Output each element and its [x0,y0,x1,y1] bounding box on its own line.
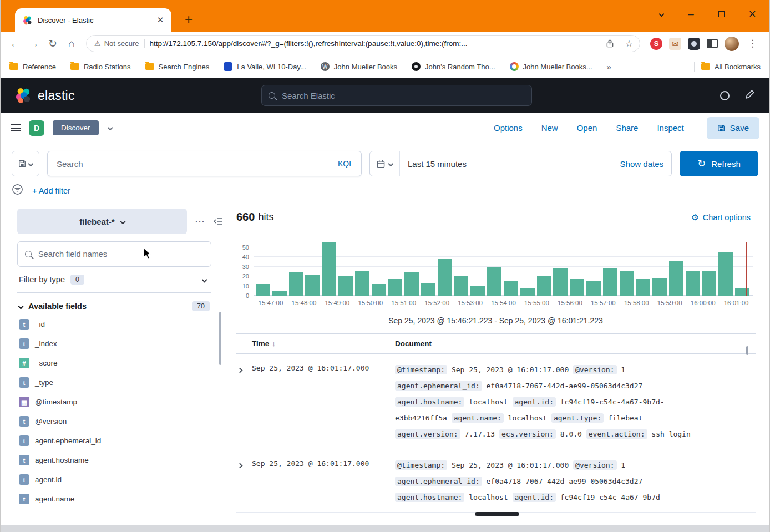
help-icon[interactable] [720,91,730,100]
kql-search-box[interactable]: KQL [47,151,362,176]
show-dates-button[interactable]: Show dates [620,159,671,169]
field-search-box[interactable] [17,241,211,267]
bookmark-item[interactable]: John Mueller Books [321,62,397,71]
histogram-bar[interactable] [620,271,634,296]
histogram-bar[interactable] [735,288,749,296]
bookmark-star-icon[interactable]: ☆ [622,38,636,49]
histogram-bar[interactable] [289,272,303,296]
new-tab-button[interactable]: + [180,11,197,28]
field-search-input[interactable] [37,249,204,259]
window-close-button[interactable]: × [749,9,756,18]
histogram-bar[interactable] [504,281,518,296]
url-text[interactable]: http://172.105.7.150/app/discover#/?_g=(… [150,39,597,48]
histogram-bar[interactable] [372,284,386,296]
appbar-link-open[interactable]: Open [577,123,597,133]
chart-options-button[interactable]: ⚙ Chart options [691,212,755,222]
dark-extension-icon[interactable] [688,38,700,50]
global-search[interactable] [261,85,532,106]
field-list-item[interactable]: t _id [17,315,211,334]
histogram-bar[interactable] [686,271,700,296]
tab-search-chevron-icon[interactable] [659,11,665,17]
histogram-bar[interactable] [586,281,601,296]
field-list-item[interactable]: t _index [17,334,211,353]
home-button[interactable]: ⌂ [63,35,80,53]
bookmark-item[interactable]: John Mueller Books... [510,62,592,71]
menu-icon[interactable] [11,124,21,131]
field-list-item[interactable]: ▦ @timestamp [17,392,211,412]
reload-button[interactable]: ↻ [44,35,62,53]
histogram-bar[interactable] [470,286,485,296]
bookmark-item[interactable]: John's Random Tho... [412,62,495,71]
vertical-scrollbar-thumb[interactable] [746,346,748,355]
histogram-bar[interactable] [322,242,336,296]
side-panel-icon[interactable] [707,39,718,48]
expand-row-button[interactable] [236,362,252,442]
histogram-bar[interactable] [487,267,501,296]
histogram-bar[interactable] [438,259,452,296]
profile-avatar[interactable] [725,37,739,51]
breadcrumb[interactable]: Discover [53,120,99,135]
back-button[interactable]: ← [6,35,24,53]
histogram-bar[interactable] [421,283,435,296]
data-view-picker[interactable]: filebeat-* [17,209,187,234]
bookmarks-overflow-button[interactable]: » [607,62,611,72]
histogram-bar[interactable] [669,261,683,296]
histogram-bar[interactable] [553,268,568,296]
filter-icon[interactable] [12,184,23,197]
histogram-bar[interactable] [454,276,469,296]
tab-close-icon[interactable]: ✕ [155,14,166,26]
appbar-link-options[interactable]: Options [494,123,523,133]
share-icon[interactable] [602,39,617,48]
histogram-bar[interactable] [305,275,320,296]
browser-menu-icon[interactable]: ⋮ [746,38,759,49]
histogram-bar[interactable] [537,276,551,296]
not-secure-chip[interactable]: ⚠ Not secure [94,39,139,48]
appbar-link-new[interactable]: New [541,123,558,133]
histogram-bar[interactable] [338,276,353,296]
address-bar[interactable]: ⚠ Not secure http://172.105.7.150/app/di… [86,35,640,52]
appbar-link-inspect[interactable]: Inspect [657,123,683,133]
field-options-icon[interactable]: ⋯ [195,219,205,224]
kql-language-button[interactable]: KQL [338,159,353,168]
histogram-bar[interactable] [603,268,617,296]
sort-descending-icon[interactable]: ↓ [272,340,276,348]
bookmark-item[interactable]: Reference [9,63,56,71]
collapse-sidebar-icon[interactable] [213,217,223,226]
mail-extension-icon[interactable]: ✉ [669,38,681,50]
elastic-logo[interactable]: elastic [15,87,75,104]
global-search-input[interactable] [281,90,525,101]
feedback-icon[interactable] [745,89,755,102]
field-list-item[interactable]: t agent.ephemeral_id [17,431,211,450]
histogram-bar[interactable] [718,252,733,296]
window-maximize-button[interactable] [718,11,725,17]
time-column-header[interactable]: Time ↓ [236,340,395,348]
bookmark-item[interactable]: Radio Stations [70,63,131,71]
bookmark-item[interactable]: La Valle, WI 10-Day... [224,62,306,71]
histogram-bar[interactable] [652,278,667,296]
browser-tab[interactable]: Discover - Elastic ✕ [15,8,171,32]
adblock-extension-icon[interactable]: S [650,38,662,50]
filter-by-type[interactable]: Filter by type 0 [17,267,211,293]
saved-query-button[interactable] [12,151,39,176]
field-list-item[interactable]: t agent.name [17,489,211,509]
histogram-bar[interactable] [702,271,717,296]
field-list-item[interactable]: t agent.hostname [17,450,211,470]
save-button[interactable]: Save [707,117,759,139]
expand-row-button[interactable] [236,457,252,505]
histogram-bar[interactable] [388,279,402,296]
histogram-bar[interactable] [256,284,270,296]
field-list-item[interactable]: # _score [17,353,211,373]
field-list-item[interactable]: t agent.id [17,470,211,489]
appbar-link-share[interactable]: Share [616,123,638,133]
histogram-bar[interactable] [404,272,419,296]
space-badge[interactable]: D [29,120,44,136]
forward-button[interactable]: → [25,35,43,53]
refresh-button[interactable]: ↻ Refresh [680,151,758,176]
date-picker-quick-menu[interactable] [370,151,400,176]
kql-search-input[interactable] [55,159,333,169]
histogram-bar[interactable] [355,271,369,296]
histogram-bar[interactable] [636,279,650,296]
available-fields-header[interactable]: Available fields 70 [17,293,211,315]
horizontal-scrollbar-thumb[interactable] [475,512,519,516]
chevron-down-icon[interactable] [107,125,113,131]
